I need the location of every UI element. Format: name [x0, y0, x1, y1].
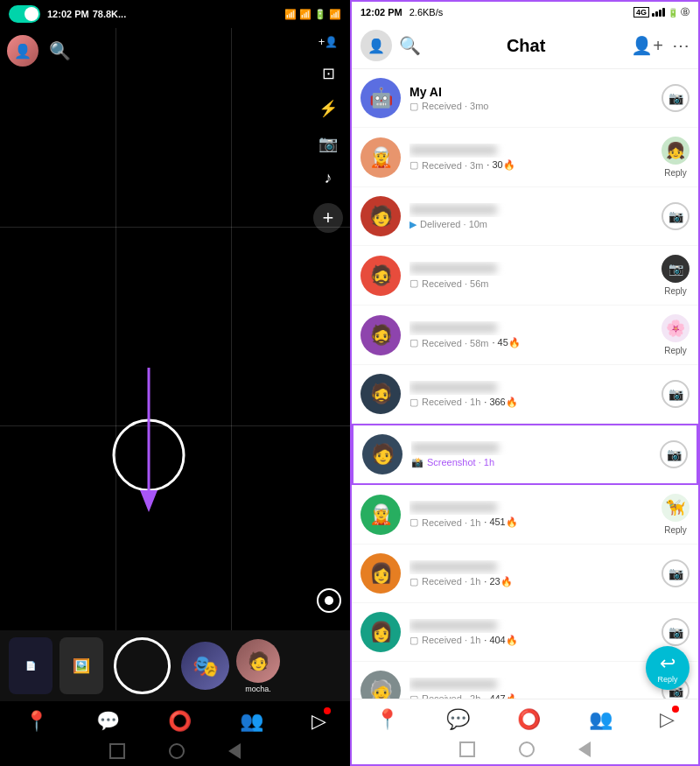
chat-nav-button[interactable]: 💬	[96, 710, 120, 733]
chat-item-4[interactable]: 🧔 ▢ Received · 56m 📷 Reply	[352, 246, 698, 306]
received-icon-10: ▢	[410, 635, 418, 646]
right-chat-nav[interactable]: 💬	[446, 708, 470, 731]
chat-item-8[interactable]: 🧝 ▢ Received · 1h · 451🔥 🦮 Reply	[352, 485, 698, 545]
crop-button[interactable]: ⊡	[322, 64, 335, 83]
reply-avatar-8: 🦮	[662, 494, 690, 522]
camera-icon-my-ai[interactable]: 📷	[662, 84, 690, 112]
chat-info-my-ai: My AI ▢ Received · 3mo	[410, 85, 653, 112]
friend-label: mocha.	[245, 685, 271, 693]
streak-10: · 404🔥	[484, 635, 517, 646]
friends-nav-button[interactable]: 👥	[240, 710, 263, 733]
right-friends-nav[interactable]: 👥	[589, 708, 612, 731]
right-status-icons: 4G 🔋 Ⓑ	[634, 6, 690, 18]
avatar-image: 👤	[14, 43, 32, 60]
camera-icon-dark-4[interactable]: 📷	[662, 255, 690, 283]
android-home-right[interactable]	[519, 741, 535, 757]
camera-icon-6[interactable]: 📷	[662, 380, 690, 408]
chat-info-6: ▢ Received · 1h · 366🔥	[410, 381, 653, 408]
chat-item-my-ai[interactable]: 🤖 My AI ▢ Received · 3mo 📷	[352, 69, 698, 128]
bluetooth-icon: 📶	[329, 9, 341, 20]
story-thumb-2[interactable]: 🖼️	[60, 637, 103, 694]
chat-right-4: 📷 Reply	[662, 255, 690, 296]
chat-sub-3: ▶ Delivered · 10m	[410, 219, 653, 230]
grid-v2	[231, 28, 232, 630]
android-square-button[interactable]	[109, 743, 125, 759]
music-button[interactable]: ♪	[325, 169, 332, 187]
map-nav-button[interactable]: 📍	[24, 710, 48, 733]
video-button[interactable]: 📷	[318, 134, 338, 153]
bar2	[655, 11, 658, 17]
chat-item-10[interactable]: 👩 ▢ Received · 1h · 404🔥 📷	[352, 603, 698, 662]
add-friend-button[interactable]: +👤	[318, 35, 339, 48]
stories-nav-button[interactable]: ▷	[312, 710, 326, 733]
add-friend-header-button[interactable]: 👤+	[631, 35, 663, 56]
received-icon-9: ▢	[410, 576, 418, 587]
camera-icon-screenshot[interactable]: 📷	[660, 440, 688, 468]
battery-icon: 🔋	[314, 9, 326, 20]
reply-avatar-5: 🌸	[662, 314, 690, 342]
chat-item-2[interactable]: 🧝 ▢ Received · 3m · 30🔥 👧 Reply	[352, 128, 698, 187]
avatar-screenshot: 🧑	[362, 434, 402, 474]
right-camera-nav[interactable]: ⭕	[517, 708, 541, 731]
signal-icon: 📶	[299, 9, 312, 20]
right-4g-icon: 4G	[634, 7, 649, 18]
streak-6: · 366🔥	[484, 397, 517, 408]
chat-name-my-ai: My AI	[410, 85, 653, 99]
left-network: 78.8K...	[93, 9, 127, 19]
left-panel: 12:02 PM 78.8K... 📶 📶 🔋 📶 👤 🔍 +👤	[0, 0, 350, 766]
capture-button[interactable]	[114, 637, 171, 694]
left-status-icons: 📶 📶 🔋 📶	[284, 9, 341, 20]
chat-item-9[interactable]: 👩 ▢ Received · 1h · 23🔥 📷	[352, 545, 698, 603]
streak-5: · 45🔥	[492, 337, 520, 348]
camera-icon-3[interactable]: 📷	[662, 202, 690, 230]
streak-2: · 30🔥	[486, 159, 514, 171]
friend-story-1[interactable]: 🎭	[181, 642, 229, 690]
story-thumb-1[interactable]: 📄	[9, 637, 52, 694]
left-nav-bar: 📍 💬 ⭕ 👥 ▷	[0, 701, 350, 738]
stories-notification-dot	[324, 707, 331, 714]
streak-11: · 447🔥	[484, 693, 517, 699]
right-stories-dot	[672, 706, 679, 713]
chat-item-screenshot[interactable]: 🧑 📸 Screenshot · 1h 📷	[352, 424, 698, 485]
header-search-button[interactable]: 🔍	[399, 35, 421, 56]
chat-sub-5: ▢ Received · 58m · 45🔥	[410, 337, 653, 348]
reply-label-4: Reply	[664, 286, 687, 296]
right-map-nav[interactable]: 📍	[375, 708, 399, 731]
chat-item-6[interactable]: 🧔 ▢ Received · 1h · 366🔥 📷	[352, 365, 698, 424]
more-button[interactable]: +	[313, 203, 343, 233]
chat-name-3	[410, 203, 653, 217]
android-back-right[interactable]	[578, 741, 591, 757]
chat-item-5[interactable]: 🧔 ▢ Received · 58m · 45🔥 🌸 Reply	[352, 306, 698, 365]
chat-right-my-ai: 📷	[662, 84, 690, 112]
right-network: 2.6KB/s	[410, 7, 444, 18]
chat-right-5: 🌸 Reply	[662, 314, 690, 355]
android-back-button[interactable]	[228, 743, 241, 759]
camera-toggle[interactable]	[9, 5, 40, 23]
chat-sub-11: ▢ Received · 2h · 447🔥	[410, 693, 653, 699]
chat-item-3[interactable]: 🧑 ▶ Delivered · 10m 📷	[352, 187, 698, 246]
android-square-right[interactable]	[459, 741, 475, 757]
right-battery-icon: 🔋	[668, 8, 678, 18]
camera-icon-10[interactable]: 📷	[662, 618, 690, 646]
top-left-controls: 👤 🔍	[0, 28, 78, 74]
flash-button[interactable]: ⚡	[318, 99, 338, 118]
received-icon-8: ▢	[410, 517, 418, 528]
more-options-button[interactable]: ⋯	[672, 35, 690, 56]
search-button[interactable]: 🔍	[49, 40, 71, 61]
reply-avatar-2: 👧	[662, 137, 690, 165]
android-home-button[interactable]	[169, 743, 185, 759]
fab-reply-button[interactable]: ↩ Reply	[646, 646, 690, 690]
right-stories-nav[interactable]: ▷	[660, 708, 675, 731]
right-time: 12:02 PM	[360, 7, 402, 18]
camera-nav-button[interactable]: ⭕	[168, 710, 192, 733]
camera-icon-9[interactable]: 📷	[662, 559, 690, 587]
chat-info-2: ▢ Received · 3m · 30🔥	[410, 144, 653, 171]
received-icon-6: ▢	[410, 397, 418, 408]
top-right-controls: +👤 ⊡ ⚡ 📷 ♪ +	[306, 28, 350, 240]
user-avatar[interactable]: 👤	[7, 35, 38, 67]
friend-story-2[interactable]: 🧑 mocha.	[236, 639, 280, 693]
avatar-my-ai: 🤖	[360, 78, 401, 118]
chat-info-5: ▢ Received · 58m · 45🔥	[410, 321, 653, 348]
left-status-bar: 12:02 PM 78.8K... 📶 📶 🔋 📶	[0, 0, 350, 28]
avatar-9: 👩	[360, 553, 401, 594]
